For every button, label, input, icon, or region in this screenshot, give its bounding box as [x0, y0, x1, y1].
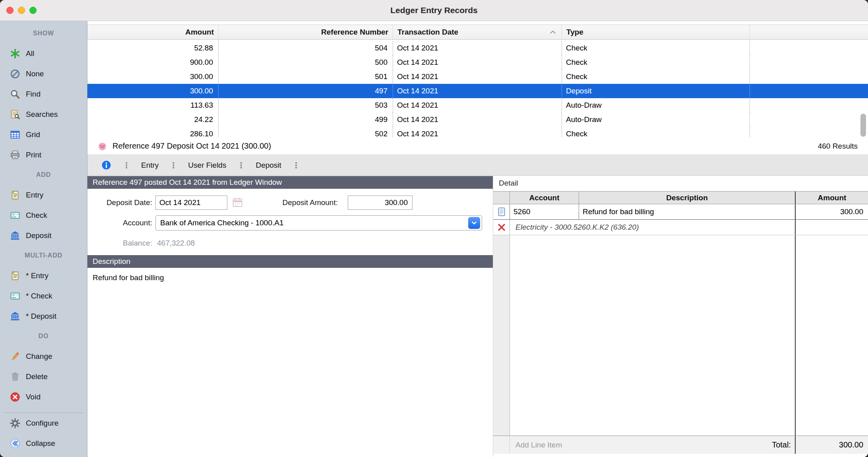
table-row[interactable]: 900.00 500 Oct 14 2021 Check: [87, 55, 868, 70]
description-text: Refund for bad billing: [93, 273, 164, 282]
sidebar-item-configure[interactable]: Configure: [0, 413, 87, 433]
sidebar-item-label: Collapse: [26, 439, 55, 448]
cell-reference: 499: [219, 112, 393, 127]
column-header-transaction-date[interactable]: Transaction Date: [393, 25, 562, 39]
red-x-icon[interactable]: [497, 223, 506, 232]
traffic-lights: [6, 7, 37, 14]
sidebar-section-do: DO: [0, 326, 87, 346]
sidebar-item-label: None: [26, 70, 44, 78]
sidebar-item-multi-check[interactable]: * Check: [0, 286, 87, 306]
balance-label: Balance:: [87, 236, 152, 250]
cell-date: Oct 14 2021: [393, 112, 562, 127]
column-header-type[interactable]: Type: [562, 25, 750, 39]
cell-date: Oct 14 2021: [393, 98, 562, 112]
cell-date: Oct 14 2021: [393, 84, 562, 98]
ledger-table-header: Amount Reference Number Transaction Date…: [87, 25, 868, 40]
cell-empty: [750, 55, 868, 70]
sidebar-item-grid[interactable]: Grid: [0, 124, 87, 145]
balance-value: 467,322.08: [157, 236, 195, 250]
cell-empty: [750, 41, 868, 55]
info-icon[interactable]: [101, 160, 112, 170]
column-header-reference-number[interactable]: Reference Number: [219, 25, 393, 39]
column-header-empty: [750, 25, 868, 39]
line-item-description[interactable]: Refund for bad billing: [579, 204, 795, 219]
minimize-button[interactable]: [18, 7, 25, 14]
void-icon: [10, 391, 21, 403]
deposit-date-label: Deposit Date:: [87, 196, 152, 210]
sidebar-item-delete[interactable]: Delete: [0, 366, 87, 387]
sidebar-item-label: Searches: [26, 110, 58, 119]
results-count: 460 Results: [818, 142, 858, 151]
deposit-date-input[interactable]: Oct 14 2021: [155, 196, 227, 210]
table-row[interactable]: 300.00 501 Oct 14 2021 Check: [87, 70, 868, 84]
bank-icon: [10, 311, 21, 322]
check-document-icon: [10, 210, 21, 221]
printer-icon: [10, 149, 21, 161]
table-row[interactable]: 113.63 503 Oct 14 2021 Auto-Draw: [87, 98, 868, 112]
sidebar-item-all[interactable]: All: [0, 43, 87, 64]
vertical-scrollbar[interactable]: [860, 114, 866, 137]
menu-dots-icon[interactable]: ⋮: [292, 161, 300, 170]
cell-empty: [750, 127, 868, 137]
cell-date: Oct 14 2021: [393, 70, 562, 84]
menu-dots-icon[interactable]: ⋮: [122, 161, 130, 170]
window-title: Ledger Entry Records: [390, 6, 477, 15]
table-row-selected[interactable]: 300.00 497 Oct 14 2021 Deposit: [87, 84, 868, 98]
account-select[interactable]: Bank of America Checking - 1000.A1: [155, 215, 482, 230]
cell-amount: 300.00: [87, 70, 219, 84]
sidebar-item-label: Grid: [26, 130, 40, 139]
grid-icon: [10, 129, 21, 140]
table-row[interactable]: 286.10 502 Oct 14 2021 Check: [87, 127, 868, 137]
table-row[interactable]: 52.88 504 Oct 14 2021 Check: [87, 41, 868, 55]
detail-line-item-row[interactable]: 5260 Refund for bad billing 300.00: [493, 204, 868, 220]
cell-amount: 113.63: [87, 98, 219, 112]
sidebar-item-deposit[interactable]: Deposit: [0, 225, 87, 246]
close-button[interactable]: [6, 7, 14, 14]
account-dropdown-button[interactable]: [468, 217, 480, 229]
calendar-icon[interactable]: [231, 196, 244, 209]
tab-bar: ⋮ Entry ⋮ User Fields ⋮ Deposit ⋮: [87, 155, 868, 176]
column-header-label: Transaction Date: [397, 28, 458, 37]
column-header-amount[interactable]: Amount: [87, 25, 219, 39]
menu-dots-icon[interactable]: ⋮: [169, 161, 177, 170]
tab-entry[interactable]: Entry: [141, 161, 159, 170]
table-row[interactable]: 24.22 499 Oct 14 2021 Auto-Draw: [87, 112, 868, 127]
sidebar-section-show: SHOW: [0, 23, 87, 43]
sidebar-section-multi-add: MULTI-ADD: [0, 246, 87, 265]
deposit-amount-input[interactable]: 300.00: [348, 196, 413, 210]
sidebar-item-multi-deposit[interactable]: * Deposit: [0, 306, 87, 326]
cell-empty: [750, 112, 868, 127]
gear-icon: [10, 418, 21, 429]
detail-header: Detail: [499, 179, 518, 188]
sidebar-item-collapse[interactable]: Collapse: [0, 433, 87, 453]
line-item-amount[interactable]: 300.00: [795, 204, 868, 219]
menu-dots-icon[interactable]: ⋮: [237, 161, 245, 170]
sidebar-item-print[interactable]: Print: [0, 145, 87, 165]
sidebar-item-multi-entry[interactable]: * Entry: [0, 265, 87, 286]
check-document-icon: [10, 290, 21, 302]
slash-circle-icon: [10, 68, 21, 79]
sidebar-item-check[interactable]: Check: [0, 205, 87, 225]
collapse-icon: [10, 438, 21, 449]
cell-amount: 300.00: [87, 84, 219, 98]
document-icon[interactable]: [496, 207, 507, 217]
sidebar-item-none[interactable]: None: [0, 64, 87, 84]
detail-footer-row: Add Line Item Total: 300.00: [493, 436, 868, 454]
tab-deposit[interactable]: Deposit: [256, 161, 281, 170]
sidebar-item-void[interactable]: Void: [0, 387, 87, 407]
sidebar-item-searches[interactable]: Searches: [0, 104, 87, 124]
line-item-account[interactable]: 5260: [510, 204, 579, 219]
detail-table-header: Account Description Amount: [493, 191, 868, 204]
tab-user-fields[interactable]: User Fields: [188, 161, 226, 170]
sidebar-item-label: Deposit: [26, 231, 51, 240]
sidebar-item-label: All: [26, 49, 34, 58]
cell-date: Oct 14 2021: [393, 55, 562, 70]
sidebar-item-change[interactable]: Change: [0, 346, 87, 366]
sidebar-item-entry[interactable]: Entry: [0, 185, 87, 205]
cell-reference: 504: [219, 41, 393, 55]
zoom-button[interactable]: [29, 7, 37, 14]
sidebar-item-find[interactable]: Find: [0, 84, 87, 104]
add-line-item-button[interactable]: Add Line Item: [510, 441, 562, 449]
record-header-bar: Reference 497 posted Oct 14 2021 from Le…: [87, 176, 493, 189]
sidebar-item-label: * Check: [26, 292, 52, 300]
